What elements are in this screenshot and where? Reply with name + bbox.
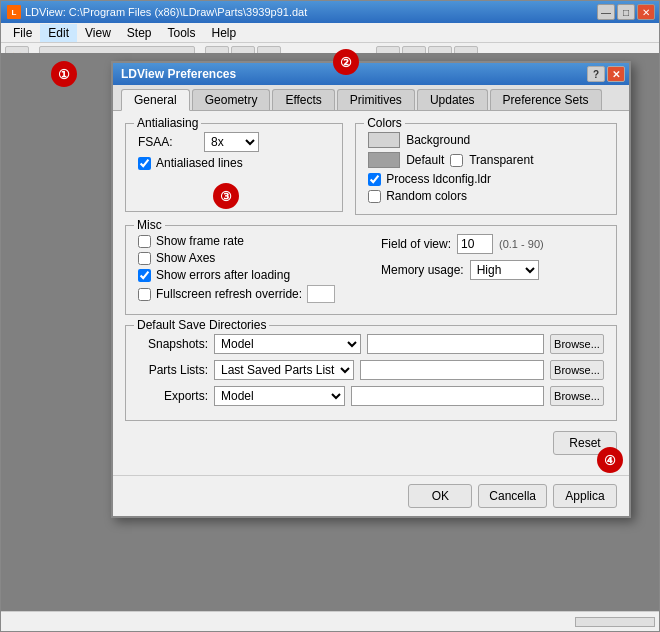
parts-lists-browse-btn[interactable]: Browse... <box>550 360 604 380</box>
parts-lists-path-input[interactable] <box>360 360 544 380</box>
misc-box: Misc Show frame rate Show Axes <box>125 225 617 315</box>
misc-checkboxes: Show frame rate Show Axes Show errors af… <box>138 234 361 306</box>
default-row: Default Transparent <box>368 152 604 168</box>
fullscreen-row: Fullscreen refresh override: <box>138 285 361 303</box>
process-ldconfig-label: Process ldconfig.ldr <box>386 172 491 186</box>
dialog-title-buttons: ? ✕ <box>587 66 625 82</box>
menu-help[interactable]: Help <box>204 24 245 42</box>
parts-lists-select[interactable]: Model Last Saved Parts List Custom <box>214 360 354 380</box>
show-frame-rate-row: Show frame rate <box>138 234 361 248</box>
tab-bar: General Geometry Effects Primitives Upda… <box>113 85 629 111</box>
fov-input[interactable] <box>457 234 493 254</box>
progress-bar <box>575 617 655 627</box>
minimize-button[interactable]: — <box>597 4 615 20</box>
default-color-btn[interactable] <box>368 152 400 168</box>
cancel-button[interactable]: Cancella <box>478 484 547 508</box>
menu-tools[interactable]: Tools <box>160 24 204 42</box>
dialog-title: LDView Preferences <box>121 67 236 81</box>
ok-button[interactable]: OK <box>408 484 472 508</box>
app-icon: L <box>7 5 21 19</box>
save-dirs-label: Default Save Directories <box>134 318 269 332</box>
annotation-2: ② <box>333 49 359 75</box>
background-label: Background <box>406 133 470 147</box>
default-label: Default <box>406 153 444 167</box>
apply-button[interactable]: Applica <box>553 484 617 508</box>
show-frame-rate-checkbox[interactable] <box>138 235 151 248</box>
menu-edit[interactable]: Edit <box>40 24 77 42</box>
exports-browse-btn[interactable]: Browse... <box>550 386 604 406</box>
fsaa-select[interactable]: None 2x 4x 8x 16x <box>204 132 259 152</box>
memory-usage-select[interactable]: Low Medium High <box>470 260 539 280</box>
dialog-btn-row: OK Cancella Applica <box>408 484 617 508</box>
menu-step[interactable]: Step <box>119 24 160 42</box>
antialiased-lines-label: Antialiased lines <box>156 156 243 170</box>
snapshots-browse-btn[interactable]: Browse... <box>550 334 604 354</box>
tab-geometry[interactable]: Geometry <box>192 89 271 110</box>
menu-view[interactable]: View <box>77 24 119 42</box>
parts-lists-label: Parts Lists: <box>138 363 208 377</box>
memory-usage-label: Memory usage: <box>381 263 464 277</box>
fullscreen-label: Fullscreen refresh override: <box>156 287 302 301</box>
colors-box: Colors Background Default Transparent <box>355 123 617 215</box>
misc-section-label: Misc <box>134 218 165 232</box>
memory-usage-row: Memory usage: Low Medium High <box>381 260 604 280</box>
tab-effects[interactable]: Effects <box>272 89 334 110</box>
menu-file[interactable]: File <box>5 24 40 42</box>
exports-path-input[interactable] <box>351 386 544 406</box>
misc-inner: Show frame rate Show Axes Show errors af… <box>138 234 604 306</box>
snapshots-select[interactable]: Model Last Saved Snapshots Custom <box>214 334 361 354</box>
dialog-help-button[interactable]: ? <box>587 66 605 82</box>
colors-section: Colors Background Default Transparent <box>355 123 617 225</box>
transparent-label: Transparent <box>469 153 533 167</box>
title-bar: L LDView: C:\Program Files (x86)\LDraw\P… <box>1 1 659 23</box>
dialog-footer: OK Cancella Applica <box>113 475 629 516</box>
close-button[interactable]: ✕ <box>637 4 655 20</box>
show-axes-checkbox[interactable] <box>138 252 151 265</box>
top-section: Antialiasing FSAA: None 2x 4x 8x 16x <box>125 123 617 225</box>
misc-fields: Field of view: (0.1 - 90) Memory usage: … <box>381 234 604 286</box>
dialog-close-button[interactable]: ✕ <box>607 66 625 82</box>
menu-bar: File Edit View Step Tools Help <box>1 23 659 43</box>
process-ldconfig-checkbox[interactable] <box>368 173 381 186</box>
random-colors-row: Random colors <box>368 189 604 203</box>
annotation-3: ③ <box>213 183 239 209</box>
fov-range: (0.1 - 90) <box>499 238 544 250</box>
tab-preference-sets[interactable]: Preference Sets <box>490 89 602 110</box>
background-row: Background <box>368 132 604 148</box>
snapshots-row: Snapshots: Model Last Saved Snapshots Cu… <box>138 334 604 354</box>
maximize-button[interactable]: □ <box>617 4 635 20</box>
antialiased-lines-checkbox[interactable] <box>138 157 151 170</box>
random-colors-checkbox[interactable] <box>368 190 381 203</box>
exports-select[interactable]: Model Last Saved Exports Custom <box>214 386 345 406</box>
colors-label: Colors <box>364 116 405 130</box>
main-window: L LDView: C:\Program Files (x86)\LDraw\P… <box>0 0 660 632</box>
show-axes-label: Show Axes <box>156 251 215 265</box>
process-ldconfig-row: Process ldconfig.ldr <box>368 172 604 186</box>
background-color-btn[interactable] <box>368 132 400 148</box>
annotation-4: ④ <box>597 447 623 473</box>
fullscreen-checkbox[interactable] <box>138 288 151 301</box>
fullscreen-value-box <box>307 285 335 303</box>
show-errors-checkbox[interactable] <box>138 269 151 282</box>
save-dirs-box: Default Save Directories Snapshots: Mode… <box>125 325 617 421</box>
transparent-checkbox[interactable] <box>450 154 463 167</box>
antialiased-lines-row: Antialiased lines <box>138 156 330 170</box>
snapshots-label: Snapshots: <box>138 337 208 351</box>
exports-row: Exports: Model Last Saved Exports Custom… <box>138 386 604 406</box>
title-buttons: — □ ✕ <box>597 4 655 20</box>
tab-updates[interactable]: Updates <box>417 89 488 110</box>
title-bar-left: L LDView: C:\Program Files (x86)\LDraw\P… <box>7 5 307 19</box>
tab-general[interactable]: General <box>121 89 190 111</box>
show-axes-row: Show Axes <box>138 251 361 265</box>
show-frame-rate-label: Show frame rate <box>156 234 244 248</box>
snapshots-path-input[interactable] <box>367 334 544 354</box>
dialog-title-bar: LDView Preferences ? ✕ <box>113 63 629 85</box>
antialiasing-label: Antialiasing <box>134 116 201 130</box>
fsaa-label: FSAA: <box>138 135 198 149</box>
fov-label: Field of view: <box>381 237 451 251</box>
tab-primitives[interactable]: Primitives <box>337 89 415 110</box>
status-bar <box>1 611 659 631</box>
fsaa-row: FSAA: None 2x 4x 8x 16x <box>138 132 330 152</box>
show-errors-label: Show errors after loading <box>156 268 290 282</box>
parts-lists-row: Parts Lists: Model Last Saved Parts List… <box>138 360 604 380</box>
